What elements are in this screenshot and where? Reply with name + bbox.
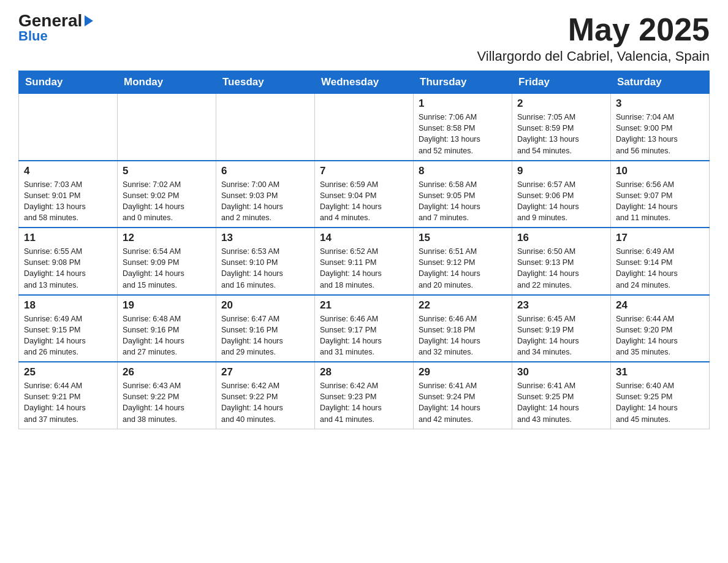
day-info: Sunrise: 6:54 AM Sunset: 9:09 PM Dayligh…	[123, 246, 211, 291]
day-info: Sunrise: 6:49 AM Sunset: 9:15 PM Dayligh…	[24, 313, 112, 358]
calendar-cell: 29Sunrise: 6:41 AM Sunset: 9:24 PM Dayli…	[414, 362, 512, 429]
day-info: Sunrise: 7:04 AM Sunset: 9:00 PM Dayligh…	[616, 112, 704, 156]
day-number: 28	[320, 366, 408, 378]
day-info: Sunrise: 6:44 AM Sunset: 9:20 PM Dayligh…	[616, 313, 704, 358]
calendar-cell: 24Sunrise: 6:44 AM Sunset: 9:20 PM Dayli…	[611, 295, 710, 362]
calendar-header-wednesday: Wednesday	[315, 71, 414, 94]
calendar-cell: 30Sunrise: 6:41 AM Sunset: 9:25 PM Dayli…	[512, 362, 611, 429]
day-info: Sunrise: 6:50 AM Sunset: 9:13 PM Dayligh…	[517, 246, 605, 291]
day-number: 17	[616, 232, 704, 244]
day-info: Sunrise: 6:44 AM Sunset: 9:21 PM Dayligh…	[24, 380, 112, 425]
day-number: 1	[419, 98, 507, 110]
calendar-header-thursday: Thursday	[414, 71, 512, 94]
location-title: Villargordo del Cabriel, Valencia, Spain	[477, 48, 710, 64]
week-row-5: 25Sunrise: 6:44 AM Sunset: 9:21 PM Dayli…	[19, 362, 710, 429]
day-number: 11	[24, 232, 112, 244]
calendar-cell: 4Sunrise: 7:03 AM Sunset: 9:01 PM Daylig…	[19, 161, 118, 228]
month-title: May 2025	[477, 12, 710, 47]
week-row-3: 11Sunrise: 6:55 AM Sunset: 9:08 PM Dayli…	[19, 228, 710, 295]
calendar-cell: 23Sunrise: 6:45 AM Sunset: 9:19 PM Dayli…	[512, 295, 611, 362]
day-number: 30	[517, 366, 605, 378]
day-number: 13	[221, 232, 309, 244]
calendar-cell: 10Sunrise: 6:56 AM Sunset: 9:07 PM Dayli…	[611, 161, 710, 228]
day-info: Sunrise: 7:00 AM Sunset: 9:03 PM Dayligh…	[221, 179, 309, 224]
calendar-cell: 9Sunrise: 6:57 AM Sunset: 9:06 PM Daylig…	[512, 161, 611, 228]
day-info: Sunrise: 6:46 AM Sunset: 9:18 PM Dayligh…	[419, 313, 507, 358]
day-info: Sunrise: 6:42 AM Sunset: 9:23 PM Dayligh…	[320, 380, 408, 425]
calendar-cell: 11Sunrise: 6:55 AM Sunset: 9:08 PM Dayli…	[19, 228, 118, 295]
day-info: Sunrise: 6:42 AM Sunset: 9:22 PM Dayligh…	[221, 380, 309, 425]
day-number: 21	[320, 299, 408, 312]
calendar-cell: 31Sunrise: 6:40 AM Sunset: 9:25 PM Dayli…	[611, 362, 710, 429]
week-row-2: 4Sunrise: 7:03 AM Sunset: 9:01 PM Daylig…	[19, 161, 710, 228]
day-info: Sunrise: 6:52 AM Sunset: 9:11 PM Dayligh…	[320, 246, 408, 291]
calendar-cell	[216, 94, 315, 161]
day-info: Sunrise: 7:06 AM Sunset: 8:58 PM Dayligh…	[419, 112, 507, 156]
calendar-header-monday: Monday	[118, 71, 216, 94]
day-number: 9	[517, 165, 605, 177]
day-number: 20	[221, 299, 309, 312]
day-info: Sunrise: 6:57 AM Sunset: 9:06 PM Dayligh…	[517, 179, 605, 224]
day-number: 24	[616, 299, 704, 312]
day-number: 5	[123, 165, 211, 177]
calendar-cell: 12Sunrise: 6:54 AM Sunset: 9:09 PM Dayli…	[118, 228, 216, 295]
week-row-4: 18Sunrise: 6:49 AM Sunset: 9:15 PM Dayli…	[19, 295, 710, 362]
day-info: Sunrise: 7:03 AM Sunset: 9:01 PM Dayligh…	[24, 179, 112, 224]
calendar-cell: 5Sunrise: 7:02 AM Sunset: 9:02 PM Daylig…	[118, 161, 216, 228]
day-number: 23	[517, 299, 605, 312]
day-info: Sunrise: 6:51 AM Sunset: 9:12 PM Dayligh…	[419, 246, 507, 291]
calendar-cell: 26Sunrise: 6:43 AM Sunset: 9:22 PM Dayli…	[118, 362, 216, 429]
calendar-cell: 6Sunrise: 7:00 AM Sunset: 9:03 PM Daylig…	[216, 161, 315, 228]
day-info: Sunrise: 6:59 AM Sunset: 9:04 PM Dayligh…	[320, 179, 408, 224]
calendar-cell	[118, 94, 216, 161]
calendar-cell: 13Sunrise: 6:53 AM Sunset: 9:10 PM Dayli…	[216, 228, 315, 295]
day-info: Sunrise: 6:41 AM Sunset: 9:24 PM Dayligh…	[419, 380, 507, 425]
calendar-header-friday: Friday	[512, 71, 611, 94]
calendar-cell: 16Sunrise: 6:50 AM Sunset: 9:13 PM Dayli…	[512, 228, 611, 295]
day-info: Sunrise: 6:40 AM Sunset: 9:25 PM Dayligh…	[616, 380, 704, 425]
calendar-cell: 19Sunrise: 6:48 AM Sunset: 9:16 PM Dayli…	[118, 295, 216, 362]
day-info: Sunrise: 7:02 AM Sunset: 9:02 PM Dayligh…	[123, 179, 211, 224]
day-number: 16	[517, 232, 605, 244]
calendar-cell: 27Sunrise: 6:42 AM Sunset: 9:22 PM Dayli…	[216, 362, 315, 429]
day-number: 14	[320, 232, 408, 244]
calendar-cell: 17Sunrise: 6:49 AM Sunset: 9:14 PM Dayli…	[611, 228, 710, 295]
day-info: Sunrise: 6:41 AM Sunset: 9:25 PM Dayligh…	[517, 380, 605, 425]
day-number: 3	[616, 98, 704, 110]
calendar-cell: 7Sunrise: 6:59 AM Sunset: 9:04 PM Daylig…	[315, 161, 414, 228]
logo: General Blue	[18, 12, 93, 44]
calendar-cell: 20Sunrise: 6:47 AM Sunset: 9:16 PM Dayli…	[216, 295, 315, 362]
calendar-cell: 22Sunrise: 6:46 AM Sunset: 9:18 PM Dayli…	[414, 295, 512, 362]
calendar-header-sunday: Sunday	[19, 71, 118, 94]
day-number: 22	[419, 299, 507, 312]
calendar-cell: 14Sunrise: 6:52 AM Sunset: 9:11 PM Dayli…	[315, 228, 414, 295]
day-number: 7	[320, 165, 408, 177]
logo-text-line2: Blue	[18, 28, 48, 44]
day-number: 10	[616, 165, 704, 177]
calendar-cell: 18Sunrise: 6:49 AM Sunset: 9:15 PM Dayli…	[19, 295, 118, 362]
page-header: General Blue May 2025 Villargordo del Ca…	[18, 12, 710, 64]
calendar-cell: 25Sunrise: 6:44 AM Sunset: 9:21 PM Dayli…	[19, 362, 118, 429]
calendar-cell: 1Sunrise: 7:06 AM Sunset: 8:58 PM Daylig…	[414, 94, 512, 161]
calendar-cell: 3Sunrise: 7:04 AM Sunset: 9:00 PM Daylig…	[611, 94, 710, 161]
day-info: Sunrise: 6:53 AM Sunset: 9:10 PM Dayligh…	[221, 246, 309, 291]
day-number: 8	[419, 165, 507, 177]
day-info: Sunrise: 6:45 AM Sunset: 9:19 PM Dayligh…	[517, 313, 605, 358]
day-number: 19	[123, 299, 211, 312]
day-info: Sunrise: 6:58 AM Sunset: 9:05 PM Dayligh…	[419, 179, 507, 224]
day-info: Sunrise: 6:43 AM Sunset: 9:22 PM Dayligh…	[123, 380, 211, 425]
calendar-header-saturday: Saturday	[611, 71, 710, 94]
day-number: 26	[123, 366, 211, 378]
day-number: 18	[24, 299, 112, 312]
day-info: Sunrise: 6:47 AM Sunset: 9:16 PM Dayligh…	[221, 313, 309, 358]
day-info: Sunrise: 7:05 AM Sunset: 8:59 PM Dayligh…	[517, 112, 605, 156]
calendar-cell: 15Sunrise: 6:51 AM Sunset: 9:12 PM Dayli…	[414, 228, 512, 295]
header-right: May 2025 Villargordo del Cabriel, Valenc…	[477, 12, 710, 64]
day-number: 31	[616, 366, 704, 378]
day-number: 6	[221, 165, 309, 177]
logo-text-line1: General	[18, 12, 93, 29]
calendar-table: SundayMondayTuesdayWednesdayThursdayFrid…	[18, 71, 710, 429]
calendar-cell: 2Sunrise: 7:05 AM Sunset: 8:59 PM Daylig…	[512, 94, 611, 161]
day-info: Sunrise: 6:55 AM Sunset: 9:08 PM Dayligh…	[24, 246, 112, 291]
calendar-header-tuesday: Tuesday	[216, 71, 315, 94]
